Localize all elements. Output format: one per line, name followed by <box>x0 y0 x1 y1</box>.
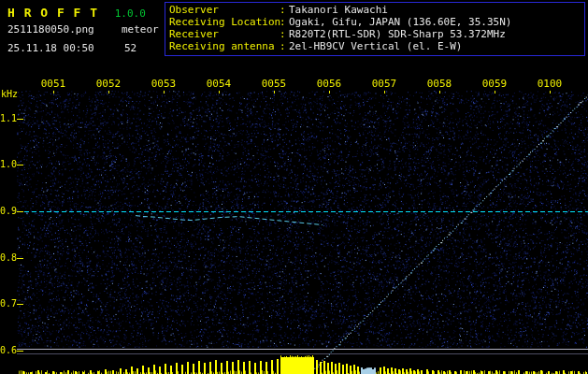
time-label: 0100 <box>538 78 563 90</box>
time-label: 0056 <box>317 78 342 90</box>
time-label: 0059 <box>482 78 508 90</box>
freq-label: 1.1 <box>0 113 15 123</box>
mode-label: meteor <box>122 23 159 36</box>
header-title-row: H R O F F T 1.0.0 <box>7 3 146 21</box>
info-label: Receiving Location <box>169 16 280 28</box>
time-label: 0058 <box>427 78 452 90</box>
spectrogram-canvas <box>0 0 588 374</box>
info-value: R820T2(RTL-SDR) SDR-Sharp 53.372MHz <box>289 28 581 40</box>
info-row-location: Receiving Location : Ogaki, Gifu, JAPAN … <box>169 16 581 28</box>
time-label: 0051 <box>41 78 66 90</box>
time-label: 0053 <box>151 78 177 90</box>
hrofft-screen: H R O F F T 1.0.0 2511180050.png meteor … <box>0 0 588 374</box>
info-label: Receiving antenna <box>169 40 280 52</box>
freq-label: 0.9 <box>0 206 15 216</box>
time-label: 0052 <box>96 78 122 90</box>
info-separator: : <box>280 4 289 16</box>
info-value: 2el-HB9CV Vertical (el. E-W) <box>289 40 581 52</box>
info-label: Receiver <box>169 28 280 40</box>
info-value: Takanori Kawachi <box>289 4 581 16</box>
info-row-observer: Observer : Takanori Kawachi <box>169 4 581 16</box>
app-title: H R O F F T <box>7 6 98 20</box>
time-label: 0054 <box>207 78 232 90</box>
freq-label: 0.6 <box>0 345 15 355</box>
time-label: 0057 <box>372 78 397 90</box>
info-value: Ogaki, Gifu, JAPAN (136.60E, 35.35N) <box>289 16 581 28</box>
info-row-receiver: Receiver : R820T2(RTL-SDR) SDR-Sharp 53.… <box>169 28 581 40</box>
info-separator: : <box>280 40 289 52</box>
info-row-antenna: Receiving antenna : 2el-HB9CV Vertical (… <box>169 40 581 52</box>
event-count: 52 <box>124 42 136 54</box>
freq-label: 0.8 <box>0 252 15 263</box>
info-separator: : <box>280 28 289 40</box>
time-label: 0055 <box>262 78 287 90</box>
app-version: 1.0.0 <box>115 7 146 20</box>
observer-info-box: Observer : Takanori Kawachi Receiving Lo… <box>165 2 585 56</box>
output-filename: 2511180050.png <box>7 23 94 36</box>
info-separator: : <box>280 16 289 28</box>
record-datetime: 25.11.18 00:50 <box>7 42 94 54</box>
freq-label: 1.0 <box>0 159 15 169</box>
freq-unit-label: kHz <box>1 89 18 99</box>
info-label: Observer <box>169 4 280 16</box>
freq-label: 0.7 <box>0 298 15 309</box>
